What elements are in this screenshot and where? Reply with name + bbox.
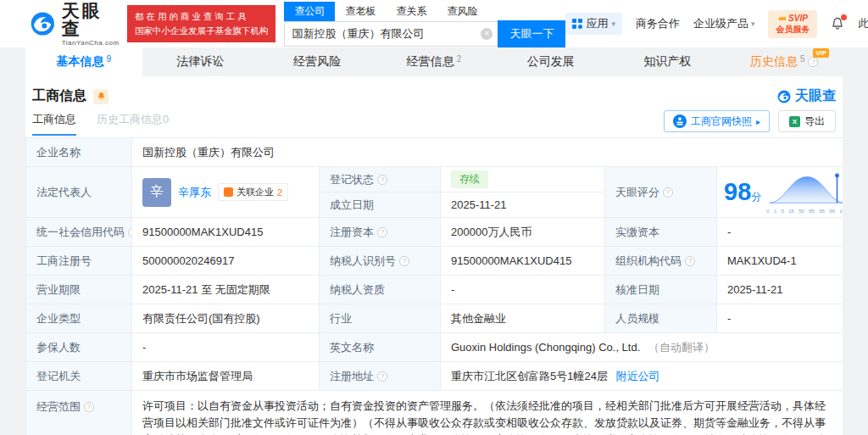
help-icon[interactable]: ?	[377, 371, 387, 382]
top-header: 天眼查 TianYanCha.com 都在用的商业查询工具 国家中小企业发展子基…	[0, 0, 868, 47]
field-label: 参保人数	[26, 333, 132, 362]
username: 此处有...	[858, 16, 868, 31]
field-label: 营业期限	[26, 276, 132, 304]
chevron-down-icon: ▾	[611, 20, 615, 28]
org-code-value: MAK1XUD4-1	[717, 247, 843, 276]
tab-count: 5	[800, 54, 805, 64]
business-scope-value: 许可项目：以自有资金从事投资活动；自有资金投资的资产管理服务。（依法须经批准的项…	[132, 391, 843, 435]
search-tab-relation[interactable]: 查关系	[386, 2, 437, 21]
field-label: 天眼评分	[615, 185, 659, 200]
clear-icon[interactable]: ×	[481, 28, 492, 40]
status-badge: 存续	[451, 170, 488, 188]
search-input[interactable]	[285, 27, 481, 40]
business-info-table: 企业名称 国新控股（重庆）有限公司 法定代表人 辛 辛厚东 关联企业 2	[25, 137, 843, 435]
field-label: 登记机关	[26, 362, 132, 391]
header-menu: 应用 ▾ 商务合作 企业级产品 ▾ SVIP 会员服务	[565, 10, 868, 38]
tab-count: 9	[107, 54, 112, 64]
insured-count-value: -	[132, 333, 320, 362]
subtab-business-info[interactable]: 工商信息	[32, 112, 76, 136]
related-company-icon	[224, 187, 233, 197]
tianyancha-logo[interactable]: 天眼查 TianYanCha.com	[29, 2, 120, 47]
field-label: 核准日期	[605, 276, 717, 304]
slogan-line2: 国家中小企业发展子基金旗下机构	[135, 24, 269, 38]
apps-menu[interactable]: 应用 ▾	[565, 13, 622, 35]
table-row: 企业类型 有限责任公司(国有控股) 行业 其他金融业 人员规模 -	[26, 304, 843, 333]
user-menu[interactable]: 此处有... ▾	[858, 16, 868, 31]
help-icon[interactable]: ?	[128, 227, 132, 237]
tab-basic-info[interactable]: 基本信息9	[25, 47, 142, 76]
tab-operation-info[interactable]: 经营信息2	[376, 47, 492, 76]
tab-history-info[interactable]: VIP 历史信息5 ?	[726, 47, 843, 76]
subtab-history-business-info[interactable]: 历史工商信息0	[97, 112, 169, 136]
table-row: 登记机关 重庆市市场监督管理局 注册地址? 重庆市江北区创富路5号1幢24层 附…	[26, 362, 843, 391]
stamp-icon	[673, 114, 687, 128]
menu-cooperation[interactable]: 商务合作	[636, 16, 680, 31]
legal-rep-link[interactable]: 辛厚东	[178, 185, 211, 200]
svip-member-badge[interactable]: SVIP 会员服务	[768, 10, 817, 38]
score-distribution-chart: 0151550859599100	[766, 171, 843, 214]
export-button[interactable]: X 导出	[778, 110, 836, 132]
search-tab-company[interactable]: 查公司	[284, 2, 335, 21]
search-tab-risk[interactable]: 查风险	[437, 2, 487, 21]
watermark-text: 天眼查	[795, 87, 836, 105]
search-area: 查公司 查老板 查关系 查风险 × 天眼一下	[284, 2, 565, 47]
svip-label: SVIP	[788, 13, 808, 25]
table-row: 法定代表人 辛 辛厚东 关联企业 2 登记状	[26, 167, 843, 192]
help-icon[interactable]: ?	[808, 57, 818, 67]
establish-date-value: 2025-11-21	[441, 192, 605, 218]
credit-code-value: 91500000MAK1XUD415	[132, 218, 320, 247]
table-row: 工商注册号 500000020246917 纳税人识别号? 91500000MA…	[26, 247, 843, 276]
field-label: 成立日期	[320, 192, 441, 218]
menu-enterprise-products[interactable]: 企业级产品 ▾	[693, 16, 755, 31]
subtab-row: 工商信息 历史工商信息0 工商官网快照 ▸ X 导出	[25, 107, 843, 137]
search-button[interactable]: 天眼一下	[498, 20, 565, 47]
search-tab-boss[interactable]: 查老板	[335, 2, 386, 21]
search-box: × 天眼一下	[284, 21, 565, 47]
field-label: 注册地址	[330, 369, 374, 384]
help-icon[interactable]: ?	[399, 256, 409, 266]
reg-address-value: 重庆市江北区创富路5号1幢24层	[451, 370, 608, 382]
field-label: 企业名称	[26, 138, 132, 167]
field-label: 纳税人资质	[320, 276, 441, 304]
help-icon[interactable]: ?	[377, 227, 387, 237]
official-snapshot-button[interactable]: 工商官网快照 ▸	[664, 110, 770, 132]
field-label: 企业类型	[26, 304, 132, 333]
page-body: 基本信息9 法律诉讼 经营风险 经营信息2 公司发展 知识产权 VIP 历史信息…	[0, 47, 868, 435]
logo-domain: TianYanCha.com	[62, 39, 120, 47]
tab-intellectual-property[interactable]: 知识产权	[609, 47, 726, 76]
field-label: 英文名称	[320, 333, 441, 362]
monitor-bell-icon[interactable]	[93, 89, 108, 104]
reg-capital-value: 200000万人民币	[441, 218, 605, 247]
help-icon[interactable]: ?	[377, 175, 387, 185]
related-company-badge[interactable]: 关联企业 2	[218, 183, 288, 201]
member-service-label: 会员服务	[776, 24, 810, 36]
field-label: 注册资本	[330, 225, 374, 240]
arrow-right-icon: ▸	[756, 117, 760, 126]
field-label: 实缴资本	[605, 218, 717, 247]
logo-eye-icon	[776, 89, 792, 104]
tab-company-development[interactable]: 公司发展	[492, 47, 609, 76]
legal-rep-avatar[interactable]: 辛	[142, 178, 171, 207]
nearby-companies-link[interactable]: 附近公司	[616, 370, 660, 382]
field-label: 统一社会信用代码	[36, 225, 125, 240]
notification-bell-icon[interactable]	[831, 17, 844, 31]
crown-icon	[778, 14, 787, 21]
tianyancha-company-page: 天眼查 TianYanCha.com 都在用的商业查询工具 国家中小企业发展子基…	[0, 0, 868, 435]
field-label: 人员规模	[605, 304, 717, 333]
logo-eye-icon	[29, 9, 57, 38]
tab-operation-risk[interactable]: 经营风险	[259, 47, 376, 76]
approval-date-value: 2025-11-21	[717, 276, 843, 304]
card-header: 工商信息 天眼查	[25, 76, 843, 107]
company-section-tabs: 基本信息9 法律诉讼 经营风险 经营信息2 公司发展 知识产权 VIP 历史信息…	[0, 47, 868, 76]
reg-number-value: 500000020246917	[132, 247, 320, 276]
help-icon[interactable]: ?	[84, 402, 94, 412]
help-icon[interactable]: ?	[685, 256, 695, 266]
excel-icon: X	[789, 116, 800, 127]
help-icon[interactable]: ?	[663, 187, 673, 198]
business-info-card: 工商信息 天眼查	[25, 76, 843, 435]
field-label: 经营范围	[36, 399, 81, 415]
table-row: 参保人数 - 英文名称 Guoxin Holdings (Chongqing) …	[26, 333, 843, 362]
score-axis-ticks: 0151550859599100	[766, 209, 843, 214]
auto-translate-note: （自动翻译）	[648, 341, 715, 354]
tab-legal-litigation[interactable]: 法律诉讼	[142, 47, 259, 76]
